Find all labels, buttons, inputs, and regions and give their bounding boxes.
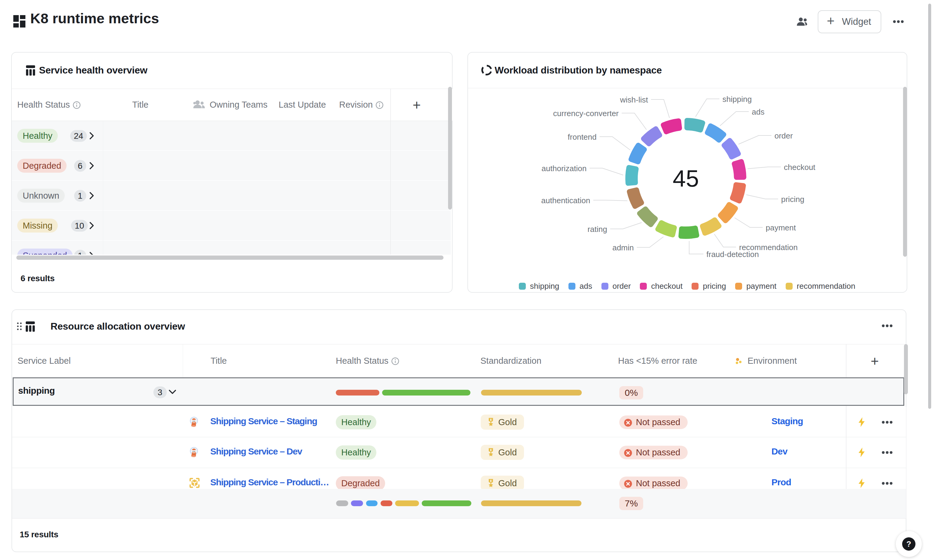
svg-text:wish-list: wish-list bbox=[620, 95, 648, 104]
svg-text:admin: admin bbox=[612, 243, 634, 252]
svg-text:checkout: checkout bbox=[784, 163, 816, 172]
svg-text:authorization: authorization bbox=[542, 164, 587, 173]
svg-text:rating: rating bbox=[588, 225, 607, 234]
svg-text:fraud-detection: fraud-detection bbox=[707, 250, 759, 259]
svg-text:ads: ads bbox=[752, 107, 765, 116]
svg-text:frontend: frontend bbox=[568, 132, 597, 142]
svg-text:?: ? bbox=[906, 540, 911, 549]
svg-text:payment: payment bbox=[766, 223, 796, 232]
svg-text:order: order bbox=[774, 131, 793, 140]
svg-text:45: 45 bbox=[673, 165, 699, 192]
svg-text:currency-converter: currency-converter bbox=[553, 109, 619, 118]
svg-text:shipping: shipping bbox=[722, 95, 752, 104]
svg-text:authentication: authentication bbox=[541, 196, 590, 205]
svg-text:pricing: pricing bbox=[781, 195, 804, 204]
